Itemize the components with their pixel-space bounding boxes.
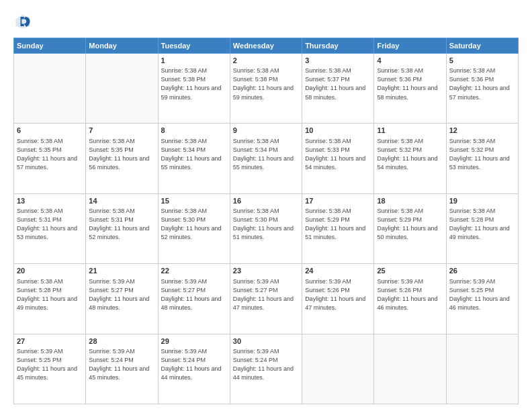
calendar-day-cell: 21Sunrise: 5:39 AM Sunset: 5:27 PM Dayli… (86, 264, 158, 334)
day-number: 23 (233, 266, 299, 276)
calendar-day-header: Saturday (446, 38, 518, 54)
day-number: 9 (233, 126, 299, 136)
day-info: Sunrise: 5:38 AM Sunset: 5:31 PM Dayligh… (89, 207, 154, 242)
day-info: Sunrise: 5:38 AM Sunset: 5:28 PM Dayligh… (449, 207, 515, 242)
day-number: 19 (449, 196, 515, 206)
day-info: Sunrise: 5:39 AM Sunset: 5:27 PM Dayligh… (161, 277, 227, 312)
day-number: 1 (161, 56, 227, 66)
calendar-day-cell: 7Sunrise: 5:38 AM Sunset: 5:35 PM Daylig… (86, 124, 158, 193)
day-number: 16 (233, 196, 299, 206)
day-info: Sunrise: 5:38 AM Sunset: 5:30 PM Dayligh… (161, 207, 227, 242)
calendar-day-cell: 10Sunrise: 5:38 AM Sunset: 5:33 PM Dayli… (302, 124, 374, 193)
calendar-day-cell: 9Sunrise: 5:38 AM Sunset: 5:34 PM Daylig… (230, 124, 302, 193)
day-info: Sunrise: 5:39 AM Sunset: 5:25 PM Dayligh… (449, 277, 515, 312)
calendar-week-row: 6Sunrise: 5:38 AM Sunset: 5:35 PM Daylig… (14, 124, 519, 193)
day-number: 5 (449, 56, 515, 66)
day-number: 11 (377, 126, 443, 136)
day-number: 14 (89, 196, 154, 206)
header (13, 12, 519, 31)
calendar-day-cell (446, 334, 518, 404)
calendar-day-cell: 4Sunrise: 5:38 AM Sunset: 5:36 PM Daylig… (374, 54, 446, 124)
calendar-day-cell: 17Sunrise: 5:38 AM Sunset: 5:29 PM Dayli… (302, 193, 374, 263)
day-number: 6 (17, 126, 83, 136)
day-number: 22 (161, 266, 227, 276)
calendar-day-cell: 15Sunrise: 5:38 AM Sunset: 5:30 PM Dayli… (158, 193, 230, 263)
calendar-day-cell: 23Sunrise: 5:39 AM Sunset: 5:27 PM Dayli… (230, 264, 302, 334)
calendar-day-cell: 2Sunrise: 5:38 AM Sunset: 5:38 PM Daylig… (230, 54, 302, 124)
day-info: Sunrise: 5:39 AM Sunset: 5:25 PM Dayligh… (17, 347, 83, 382)
day-number: 27 (17, 336, 83, 347)
calendar-day-header: Tuesday (158, 38, 230, 54)
calendar-week-row: 13Sunrise: 5:38 AM Sunset: 5:31 PM Dayli… (14, 193, 519, 263)
calendar-day-cell: 16Sunrise: 5:38 AM Sunset: 5:30 PM Dayli… (230, 193, 302, 263)
calendar-day-cell: 8Sunrise: 5:38 AM Sunset: 5:34 PM Daylig… (158, 124, 230, 193)
day-info: Sunrise: 5:38 AM Sunset: 5:32 PM Dayligh… (377, 137, 443, 172)
day-number: 2 (233, 56, 299, 66)
day-info: Sunrise: 5:38 AM Sunset: 5:33 PM Dayligh… (305, 137, 371, 172)
calendar-day-cell (86, 54, 158, 124)
day-info: Sunrise: 5:38 AM Sunset: 5:31 PM Dayligh… (17, 207, 83, 242)
calendar-week-row: 20Sunrise: 5:38 AM Sunset: 5:28 PM Dayli… (14, 264, 519, 334)
day-number: 26 (449, 266, 515, 276)
calendar-day-header: Wednesday (230, 38, 302, 54)
calendar-week-row: 1Sunrise: 5:38 AM Sunset: 5:38 PM Daylig… (14, 54, 519, 124)
day-number: 24 (305, 266, 371, 276)
calendar-day-header: Thursday (302, 38, 374, 54)
day-number: 3 (305, 56, 371, 66)
day-info: Sunrise: 5:38 AM Sunset: 5:38 PM Dayligh… (161, 66, 227, 101)
page: SundayMondayTuesdayWednesdayThursdayFrid… (0, 0, 532, 411)
logo (13, 12, 35, 31)
day-info: Sunrise: 5:39 AM Sunset: 5:24 PM Dayligh… (233, 347, 299, 382)
day-info: Sunrise: 5:38 AM Sunset: 5:38 PM Dayligh… (233, 66, 299, 101)
day-info: Sunrise: 5:38 AM Sunset: 5:30 PM Dayligh… (233, 207, 299, 242)
day-number: 13 (17, 196, 83, 206)
calendar-day-cell: 25Sunrise: 5:39 AM Sunset: 5:26 PM Dayli… (374, 264, 446, 334)
day-info: Sunrise: 5:39 AM Sunset: 5:24 PM Dayligh… (161, 347, 227, 382)
day-info: Sunrise: 5:39 AM Sunset: 5:27 PM Dayligh… (233, 277, 299, 312)
day-number: 4 (377, 56, 443, 66)
calendar-day-header: Monday (86, 38, 158, 54)
day-info: Sunrise: 5:38 AM Sunset: 5:34 PM Dayligh… (161, 137, 227, 172)
calendar-day-cell: 5Sunrise: 5:38 AM Sunset: 5:36 PM Daylig… (446, 54, 518, 124)
calendar-day-cell (14, 54, 86, 124)
calendar-day-cell: 6Sunrise: 5:38 AM Sunset: 5:35 PM Daylig… (14, 124, 86, 193)
day-number: 12 (449, 126, 515, 136)
calendar-day-cell: 13Sunrise: 5:38 AM Sunset: 5:31 PM Dayli… (14, 193, 86, 263)
calendar-day-cell: 22Sunrise: 5:39 AM Sunset: 5:27 PM Dayli… (158, 264, 230, 334)
calendar-day-cell: 14Sunrise: 5:38 AM Sunset: 5:31 PM Dayli… (86, 193, 158, 263)
day-info: Sunrise: 5:38 AM Sunset: 5:29 PM Dayligh… (305, 207, 371, 242)
calendar-day-cell (374, 334, 446, 404)
calendar-day-cell: 27Sunrise: 5:39 AM Sunset: 5:25 PM Dayli… (14, 334, 86, 404)
calendar-day-header: Sunday (14, 38, 86, 54)
day-number: 29 (161, 336, 227, 347)
calendar-day-cell: 18Sunrise: 5:38 AM Sunset: 5:29 PM Dayli… (374, 193, 446, 263)
day-number: 18 (377, 196, 443, 206)
day-info: Sunrise: 5:38 AM Sunset: 5:34 PM Dayligh… (233, 137, 299, 172)
day-number: 7 (89, 126, 154, 136)
day-number: 17 (305, 196, 371, 206)
day-info: Sunrise: 5:38 AM Sunset: 5:32 PM Dayligh… (449, 137, 515, 172)
calendar-day-cell: 1Sunrise: 5:38 AM Sunset: 5:38 PM Daylig… (158, 54, 230, 124)
calendar-day-cell: 28Sunrise: 5:39 AM Sunset: 5:24 PM Dayli… (86, 334, 158, 404)
day-info: Sunrise: 5:38 AM Sunset: 5:36 PM Dayligh… (449, 66, 515, 101)
day-number: 30 (233, 336, 299, 347)
calendar-day-header: Friday (374, 38, 446, 54)
day-number: 21 (89, 266, 154, 276)
calendar-day-cell: 30Sunrise: 5:39 AM Sunset: 5:24 PM Dayli… (230, 334, 302, 404)
calendar-table: SundayMondayTuesdayWednesdayThursdayFrid… (13, 38, 519, 404)
day-number: 20 (17, 266, 83, 276)
day-info: Sunrise: 5:38 AM Sunset: 5:29 PM Dayligh… (377, 207, 443, 242)
day-info: Sunrise: 5:38 AM Sunset: 5:35 PM Dayligh… (89, 137, 154, 172)
day-info: Sunrise: 5:38 AM Sunset: 5:37 PM Dayligh… (305, 66, 371, 101)
day-info: Sunrise: 5:39 AM Sunset: 5:26 PM Dayligh… (377, 277, 443, 312)
calendar-day-cell: 24Sunrise: 5:39 AM Sunset: 5:26 PM Dayli… (302, 264, 374, 334)
calendar-day-cell (302, 334, 374, 404)
day-info: Sunrise: 5:39 AM Sunset: 5:24 PM Dayligh… (89, 347, 154, 382)
day-info: Sunrise: 5:39 AM Sunset: 5:27 PM Dayligh… (89, 277, 154, 312)
calendar-day-cell: 19Sunrise: 5:38 AM Sunset: 5:28 PM Dayli… (446, 193, 518, 263)
day-number: 28 (89, 336, 154, 347)
day-info: Sunrise: 5:38 AM Sunset: 5:35 PM Dayligh… (17, 137, 83, 172)
calendar-day-cell: 3Sunrise: 5:38 AM Sunset: 5:37 PM Daylig… (302, 54, 374, 124)
day-number: 10 (305, 126, 371, 136)
day-number: 8 (161, 126, 227, 136)
